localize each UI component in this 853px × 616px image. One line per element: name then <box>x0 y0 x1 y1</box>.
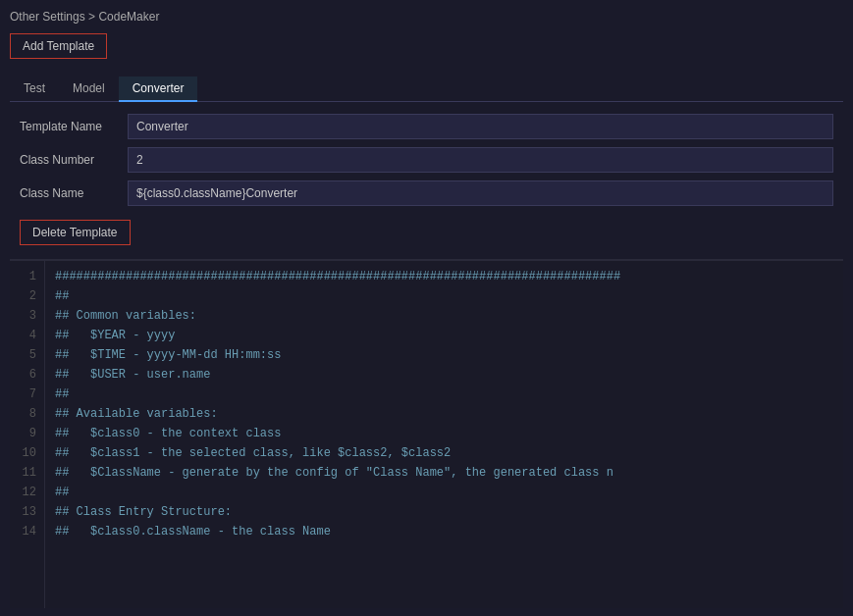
template-name-input[interactable] <box>128 114 833 139</box>
breadcrumb: Other Settings > CodeMaker <box>10 8 843 26</box>
breadcrumb-separator: > <box>85 10 99 24</box>
add-template-button[interactable]: Add Template <box>10 33 107 59</box>
line-numbers: 1234567891011121314 <box>10 261 45 608</box>
main-container: Other Settings > CodeMaker Add Template … <box>0 0 853 616</box>
template-name-label: Template Name <box>20 120 128 133</box>
class-name-row: Class Name <box>20 180 833 206</box>
breadcrumb-current: CodeMaker <box>98 10 159 24</box>
actions-row: Delete Template <box>20 214 833 251</box>
form-section: Template Name Class Number Class Name De… <box>10 102 843 260</box>
class-number-input[interactable] <box>128 147 833 173</box>
class-name-label: Class Name <box>20 186 128 200</box>
class-number-row: Class Number <box>20 147 833 173</box>
class-number-label: Class Number <box>20 153 128 167</box>
tab-test[interactable]: Test <box>10 77 59 102</box>
class-name-input[interactable] <box>128 180 833 206</box>
code-content[interactable]: ########################################… <box>45 261 843 608</box>
tab-model[interactable]: Model <box>59 77 119 102</box>
delete-template-button[interactable]: Delete Template <box>20 220 131 245</box>
tab-converter[interactable]: Converter <box>119 77 198 102</box>
tabs-row: Test Model Converter <box>10 77 843 102</box>
code-editor[interactable]: 1234567891011121314 ####################… <box>10 260 843 608</box>
breadcrumb-parent: Other Settings <box>10 10 85 24</box>
template-name-row: Template Name <box>20 114 833 139</box>
